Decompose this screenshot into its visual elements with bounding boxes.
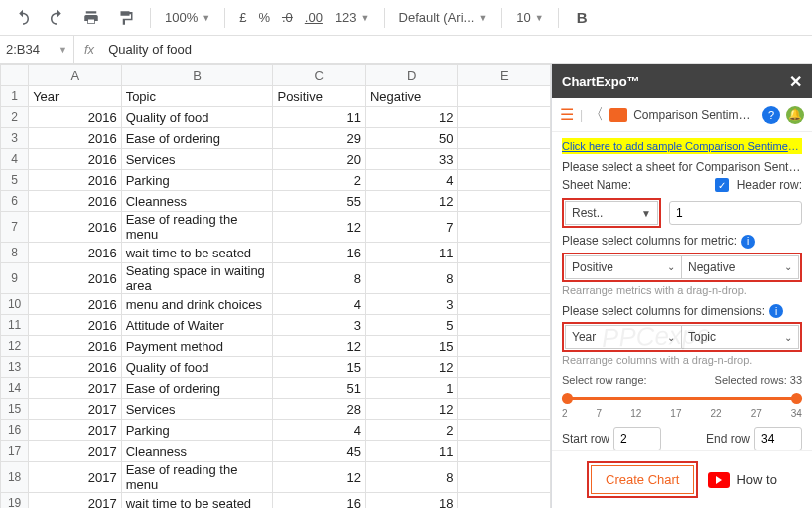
howto-button[interactable]: How to [708, 472, 776, 488]
cell[interactable]: 12 [273, 336, 366, 357]
metric1-select[interactable]: Positive⌄ [565, 255, 681, 279]
notifications-icon[interactable]: 🔔 [786, 106, 804, 124]
row-header[interactable]: 6 [1, 191, 29, 212]
end-row-input[interactable] [754, 427, 802, 450]
cell[interactable]: 2016 [29, 357, 122, 378]
font-size-dropdown[interactable]: 10▼ [512, 8, 547, 27]
cell[interactable]: 2016 [29, 170, 122, 191]
cell[interactable] [458, 420, 551, 441]
cell[interactable]: 7 [365, 212, 458, 243]
column-header-A[interactable]: A [29, 65, 122, 86]
row-header[interactable]: 3 [1, 128, 29, 149]
cell[interactable]: Ease of ordering [121, 378, 273, 399]
cell[interactable] [458, 462, 551, 493]
redo-button[interactable] [42, 5, 72, 31]
cell[interactable]: 5 [365, 315, 458, 336]
row-header[interactable]: 13 [1, 357, 29, 378]
cell[interactable]: Services [121, 399, 273, 420]
select-all-cell[interactable] [1, 65, 29, 86]
cell[interactable]: 15 [365, 336, 458, 357]
cell[interactable]: Services [121, 149, 273, 170]
row-header[interactable]: 7 [1, 212, 29, 243]
info-icon[interactable]: i [741, 235, 755, 249]
row-header[interactable]: 1 [1, 86, 29, 107]
cell[interactable]: 16 [273, 493, 366, 509]
paint-format-button[interactable] [110, 5, 140, 31]
cell[interactable] [458, 294, 551, 315]
cell[interactable]: 2017 [29, 493, 122, 509]
cell[interactable]: 2016 [29, 263, 122, 294]
name-box[interactable]: 2:B34▼ [0, 36, 74, 63]
row-header[interactable]: 14 [1, 378, 29, 399]
row-header[interactable]: 17 [1, 441, 29, 462]
cell[interactable] [458, 86, 551, 107]
row-range-slider[interactable] [562, 392, 802, 406]
cell[interactable]: 29 [273, 128, 366, 149]
add-sample-link[interactable]: Click here to add sample Comparison Sent… [562, 138, 802, 154]
row-header[interactable]: 15 [1, 399, 29, 420]
cell[interactable]: Quality of food [121, 357, 273, 378]
cell[interactable]: 12 [365, 399, 458, 420]
cell[interactable] [458, 243, 551, 263]
close-icon[interactable]: ✕ [789, 72, 802, 91]
cell[interactable]: 12 [365, 357, 458, 378]
cell[interactable]: Positive [273, 86, 366, 107]
cell[interactable]: 12 [273, 462, 366, 493]
cell[interactable] [458, 128, 551, 149]
cell[interactable]: Cleanness [121, 191, 273, 212]
row-header[interactable]: 8 [1, 243, 29, 263]
cell[interactable]: 3 [273, 315, 366, 336]
cell[interactable]: 2016 [29, 294, 122, 315]
cell[interactable]: wait time to be seated [121, 243, 273, 263]
dim1-select[interactable]: Year⌄ [565, 325, 681, 349]
cell[interactable]: Ease of reading the menu [121, 212, 273, 243]
cell[interactable]: 2016 [29, 336, 122, 357]
cell[interactable]: 11 [365, 441, 458, 462]
cell[interactable] [458, 191, 551, 212]
cell[interactable]: 16 [273, 243, 366, 263]
header-row-input[interactable] [669, 201, 802, 225]
cell[interactable] [458, 315, 551, 336]
cell[interactable]: 4 [273, 294, 366, 315]
cell[interactable]: 2017 [29, 378, 122, 399]
currency-button[interactable]: £ [235, 8, 250, 27]
cell[interactable]: 45 [273, 441, 366, 462]
cell[interactable]: 1 [365, 378, 458, 399]
cell[interactable]: Parking [121, 170, 273, 191]
help-icon[interactable]: ? [762, 106, 780, 124]
row-header[interactable]: 11 [1, 315, 29, 336]
cell[interactable] [458, 399, 551, 420]
cell[interactable] [458, 149, 551, 170]
column-header-B[interactable]: B [121, 65, 273, 86]
cell[interactable]: Parking [121, 420, 273, 441]
cell[interactable]: 2016 [29, 128, 122, 149]
cell[interactable]: 11 [273, 107, 366, 128]
cell[interactable]: Ease of reading the menu [121, 462, 273, 493]
cell[interactable]: 4 [273, 420, 366, 441]
menu-icon[interactable]: ☰ [560, 105, 574, 124]
cell[interactable] [458, 336, 551, 357]
number-format-dropdown[interactable]: 123▼ [331, 8, 374, 27]
sheet-select[interactable]: Rest..▼ [565, 201, 658, 225]
decrease-decimal-button[interactable]: .0 [278, 8, 297, 27]
info-icon[interactable]: i [769, 304, 783, 318]
cell[interactable]: 50 [365, 128, 458, 149]
row-header[interactable]: 19 [1, 493, 29, 509]
increase-decimal-button[interactable]: .00 [301, 8, 327, 27]
cell[interactable]: 55 [273, 191, 366, 212]
row-header[interactable]: 16 [1, 420, 29, 441]
cell[interactable]: 12 [273, 212, 366, 243]
start-row-input[interactable] [613, 427, 661, 450]
undo-button[interactable] [8, 5, 38, 31]
cell[interactable]: 12 [365, 107, 458, 128]
zoom-dropdown[interactable]: 100%▼ [161, 8, 214, 27]
print-button[interactable] [76, 5, 106, 31]
cell[interactable] [458, 263, 551, 294]
cell[interactable]: 33 [365, 149, 458, 170]
row-header[interactable]: 4 [1, 149, 29, 170]
back-icon[interactable]: 〈 [589, 105, 604, 124]
cell[interactable]: 2016 [29, 243, 122, 263]
header-row-checkbox[interactable]: ✓ [715, 178, 729, 192]
cell[interactable]: Attitude of Waiter [121, 315, 273, 336]
font-dropdown[interactable]: Default (Ari...▼ [395, 8, 492, 27]
